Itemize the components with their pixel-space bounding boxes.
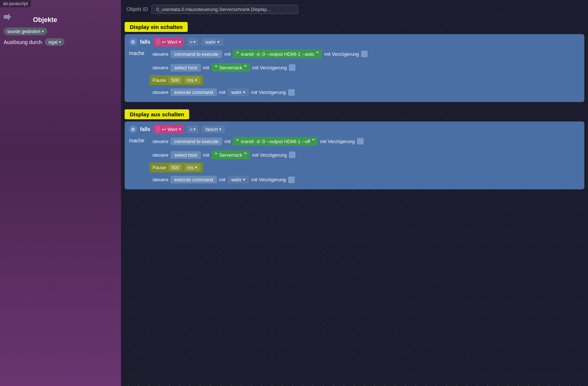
- eq-pill-2[interactable]: = ▾: [187, 125, 199, 133]
- delay-checkbox-1-2[interactable]: [289, 64, 295, 71]
- value-label-2: falsch: [205, 127, 218, 132]
- string-block-2-2[interactable]: ❝ Serverrack ❞: [212, 150, 250, 159]
- open-quote-1-2: ❝: [214, 64, 218, 71]
- block-name-1-exec[interactable]: execute command: [170, 88, 217, 96]
- steuere-text-1-exec: steuere: [152, 90, 168, 95]
- tab-label[interactable]: ab-javascript: [0, 0, 31, 7]
- section1: Display ein schalten ⚙ falls ↩ Wert ▾ =: [125, 22, 584, 102]
- section2: Display aus schalten ⚙ falls ↩ Wert ▾ = …: [125, 109, 584, 189]
- value-arrow-2: ▾: [219, 127, 221, 132]
- steuere-row-2-1: steuere command to execute mit ❝ xrandr …: [150, 135, 367, 147]
- string-block-2-1[interactable]: ❝ xrandr -d :0 --output HDMI-1 --off ❞: [233, 137, 318, 146]
- pause-num-1[interactable]: 500: [168, 77, 182, 84]
- close-quote-2-2: ❞: [244, 152, 247, 158]
- objekt-id-value[interactable]: 0_userdata.0.Haussteuerung.Serverschrank…: [151, 5, 298, 14]
- main-area: Objekt ID 0_userdata.0.Haussteuerung.Ser…: [121, 0, 588, 386]
- gear-icon-2[interactable]: ⚙: [129, 125, 137, 133]
- wurde-label: wurde geändert: [7, 29, 40, 34]
- wert-pill-2[interactable]: ↩ Wert ▾: [153, 124, 184, 134]
- pause-num-2[interactable]: 500: [168, 164, 182, 171]
- wert-text-1: ↩ Wert: [162, 39, 177, 45]
- delay-checkbox-exec-2[interactable]: [288, 176, 295, 183]
- steuere-text-2-exec: steuere: [152, 177, 168, 182]
- falls-label-1: falls: [140, 39, 150, 45]
- string-value-2-2: Serverrack: [219, 152, 242, 158]
- svg-marker-2: [156, 125, 161, 133]
- steuere-text-1-2: steuere: [152, 65, 168, 70]
- value-arrow-exec-1: ▾: [243, 90, 245, 95]
- delay-checkbox-exec-1[interactable]: [288, 89, 295, 96]
- steuere-row-1-2: steuere select host mit ❝ Serverrack ❞ m…: [150, 62, 371, 73]
- wert-pill-1[interactable]: ↩ Wert ▾: [153, 37, 184, 47]
- value-label-1: wahr: [205, 39, 216, 45]
- egal-arrow-icon: ▾: [59, 40, 61, 44]
- steuere-text-1-1: steuere: [152, 51, 168, 57]
- steuere-blocks-1: steuere command to execute mit ❝ xrandr …: [150, 48, 371, 98]
- string-value-1-2: Serverrack: [219, 65, 242, 70]
- block-name-1-1[interactable]: command to execute: [170, 50, 222, 58]
- block-name-2-1[interactable]: command to execute: [170, 138, 222, 145]
- open-quote-1-1: ❝: [236, 51, 239, 57]
- mache-label-2: mache: [129, 138, 147, 143]
- ms-label-1: ms: [187, 77, 194, 83]
- wert-text-2: ↩ Wert: [162, 127, 177, 132]
- mit-verz-1-2: mit Verzögerung: [252, 65, 287, 70]
- delay-checkbox-2-1[interactable]: [357, 138, 364, 145]
- auslosung-row: Auslösung durch egal ▾: [4, 38, 117, 46]
- steuere-text-2-2: steuere: [152, 152, 168, 158]
- steuere-blocks-2: steuere command to execute mit ❝ xrandr …: [150, 135, 367, 185]
- pause-text-1: Pause: [152, 77, 166, 83]
- open-quote-2-1: ❝: [236, 138, 239, 145]
- delay-checkbox-2-2[interactable]: [289, 152, 295, 158]
- block-name-1-2[interactable]: select host: [170, 64, 201, 72]
- wert-notch-icon-2: [156, 125, 161, 133]
- mit-verz-exec-1: mit Verzögerung: [251, 90, 286, 95]
- value-arrow-1: ▾: [217, 40, 220, 44]
- value-pill-2[interactable]: falsch ▾: [202, 125, 225, 133]
- value-pill-exec-1[interactable]: wahr ▾: [228, 88, 249, 96]
- gear-icon-1[interactable]: ⚙: [129, 38, 137, 46]
- wert-arrow-1: ▾: [179, 40, 181, 44]
- mit-text-2-2: mit: [203, 152, 209, 158]
- close-quote-2-1: ❞: [312, 138, 315, 145]
- ms-label-2: ms: [187, 165, 194, 170]
- mit-verz-2-2: mit Verzögerung: [252, 152, 287, 158]
- sidebar-title: Objekte: [33, 16, 57, 24]
- eq-label-1: =: [190, 39, 193, 45]
- blocks-area: Display ein schalten ⚙ falls ↩ Wert ▾ =: [121, 18, 588, 200]
- value-label-exec-1: wahr: [231, 90, 242, 95]
- ms-pill-1[interactable]: ms ▾: [184, 77, 200, 84]
- mache-row-2: mache steuere command to execute mit ❝ x…: [129, 135, 580, 185]
- steuere-row-2-exec: steuere execute command mit wahr ▾ mit V…: [150, 174, 367, 185]
- pause-text-2: Pause: [152, 165, 166, 170]
- delay-checkbox-1-1[interactable]: [361, 51, 368, 57]
- wert-notch-icon: [156, 38, 161, 45]
- value-pill-1[interactable]: wahr ▾: [202, 38, 223, 46]
- falls-header-2: ⚙ falls ↩ Wert ▾ = ▾ falsch ▾: [129, 124, 580, 134]
- string-block-1-2[interactable]: ❝ Serverrack ❞: [212, 63, 250, 72]
- close-quote-1-2: ❞: [244, 64, 247, 71]
- ms-pill-2[interactable]: ms ▾: [184, 164, 200, 171]
- connector-arrow: [4, 13, 11, 21]
- mit-text-1-1: mit: [224, 51, 231, 57]
- eq-arrow-2: ▾: [194, 127, 196, 132]
- falls-header-1: ⚙ falls ↩ Wert ▾ = ▾ wahr: [129, 37, 580, 47]
- pause-row-2: Pause 500 ms ▾: [150, 163, 203, 172]
- eq-pill-1[interactable]: = ▾: [187, 38, 199, 46]
- value-pill-exec-2[interactable]: wahr ▾: [228, 176, 249, 183]
- string-value-1-1: xrandr -d :0 --output HDMI-1 --auto: [240, 51, 314, 57]
- falls-block-1: ⚙ falls ↩ Wert ▾ = ▾ wahr: [125, 34, 584, 102]
- mache-row-1: mache steuere command to execute mit ❝ x…: [129, 48, 580, 98]
- wurde-dropdown[interactable]: wurde geändert ▾: [4, 28, 47, 35]
- egal-dropdown[interactable]: egal ▾: [45, 38, 65, 46]
- mit-verz-1-1: mit Verzögerung: [324, 51, 359, 57]
- block-name-2-2[interactable]: select host: [170, 151, 201, 159]
- string-block-1-1[interactable]: ❝ xrandr -d :0 --output HDMI-1 --auto ❞: [233, 50, 322, 58]
- steuere-row-2-2: steuere select host mit ❝ Serverrack ❞ m…: [150, 149, 367, 161]
- steuere-text-2-1: steuere: [152, 139, 168, 144]
- steuere-row-1-exec: steuere execute command mit wahr ▾ mit V…: [150, 87, 371, 98]
- objekt-id-label: Objekt ID: [126, 6, 148, 12]
- svg-marker-1: [156, 38, 161, 45]
- string-value-2-1: xrandr -d :0 --output HDMI-1 --off: [240, 139, 310, 144]
- block-name-2-exec[interactable]: execute command: [170, 176, 217, 183]
